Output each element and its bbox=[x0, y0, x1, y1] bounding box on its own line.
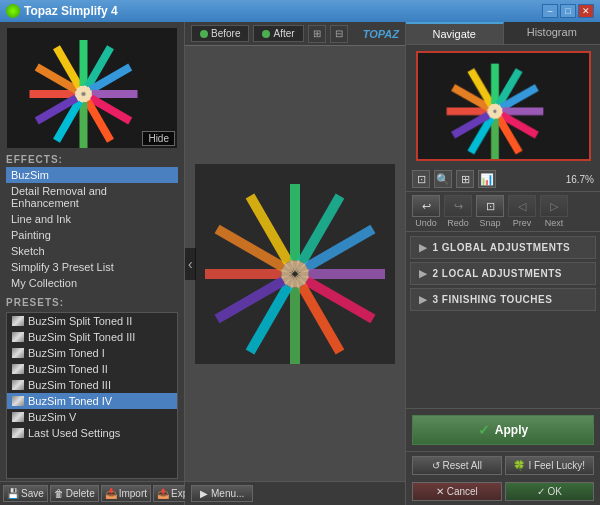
action-btn-snap[interactable]: ⊡Snap bbox=[476, 195, 504, 228]
preset-item[interactable]: Last Used Settings bbox=[7, 425, 177, 441]
preset-item[interactable]: BuzSim Toned IV bbox=[7, 393, 177, 409]
reset-icon: ↺ bbox=[432, 460, 440, 471]
view-icon-2[interactable]: ⊟ bbox=[330, 25, 348, 43]
preset-label: BuzSim Toned III bbox=[28, 379, 111, 391]
apply-button[interactable]: ✓ Apply bbox=[412, 415, 594, 445]
preset-item[interactable]: BuzSim Toned I bbox=[7, 345, 177, 361]
bottom-right-buttons: ↺ Reset All 🍀 I Feel Lucky! bbox=[406, 451, 600, 479]
left-arrow-nav[interactable]: ‹ bbox=[185, 248, 196, 280]
effect-item[interactable]: My Collection bbox=[6, 275, 178, 291]
adj-section-1[interactable]: ▶1 GLOBAL ADJUSTMENTS bbox=[410, 236, 596, 259]
snap-icon: ⊡ bbox=[476, 195, 504, 217]
preset-item[interactable]: BuzSim Toned III bbox=[7, 377, 177, 393]
center-canvas-image bbox=[195, 164, 395, 364]
hide-button[interactable]: Hide bbox=[142, 131, 175, 146]
ok-cancel-row: ✕ Cancel ✓ OK bbox=[406, 479, 600, 505]
preset-label: BuzSim Toned IV bbox=[28, 395, 112, 407]
minimize-button[interactable]: – bbox=[542, 4, 558, 18]
canvas-area bbox=[185, 46, 405, 481]
after-button[interactable]: After bbox=[253, 25, 303, 42]
effect-item[interactable]: Detail Removal and Enhancement bbox=[6, 183, 178, 211]
preset-icon bbox=[12, 364, 24, 374]
adj-section-2[interactable]: ▶2 LOCAL ADJUSTMENTS bbox=[410, 262, 596, 285]
preview-image: Hide bbox=[7, 28, 177, 148]
menu-button[interactable]: ▶ Menu... bbox=[191, 485, 253, 502]
preset-item[interactable]: BuzSim Toned II bbox=[7, 361, 177, 377]
effect-item[interactable]: Painting bbox=[6, 227, 178, 243]
next-icon: ▷ bbox=[540, 195, 568, 217]
presets-list[interactable]: BuzSim Split Toned IIBuzSim Split Toned … bbox=[6, 312, 178, 479]
after-dot bbox=[262, 30, 270, 38]
adj-arrow-icon: ▶ bbox=[419, 268, 428, 279]
apply-section: ✓ Apply bbox=[406, 408, 600, 451]
view-icon-1[interactable]: ⊞ bbox=[308, 25, 326, 43]
zoom-level-text: 16.7% bbox=[566, 174, 594, 185]
right-tabs: Navigate Histogram bbox=[406, 22, 600, 45]
before-dot bbox=[200, 30, 208, 38]
zoom-fit-button[interactable]: ⊡ bbox=[412, 170, 430, 188]
preset-item[interactable]: BuzSim Split Toned II bbox=[7, 313, 177, 329]
window-controls: – □ ✕ bbox=[542, 4, 594, 18]
action-btn-prev: ◁Prev bbox=[508, 195, 536, 228]
zoom-actual-button[interactable]: ⊞ bbox=[456, 170, 474, 188]
before-button[interactable]: Before bbox=[191, 25, 249, 42]
preset-item[interactable]: BuzSim Split Toned III bbox=[7, 329, 177, 345]
adj-section-3[interactable]: ▶3 FINISHING TOUCHES bbox=[410, 288, 596, 311]
redo-label: Redo bbox=[447, 218, 469, 228]
import-button[interactable]: 📥 Import bbox=[101, 485, 151, 502]
preset-label: BuzSim V bbox=[28, 411, 76, 423]
maximize-button[interactable]: □ bbox=[560, 4, 576, 18]
tab-histogram[interactable]: Histogram bbox=[504, 22, 601, 44]
right-panel: Navigate Histogram ⊡ 🔍 ⊞ 📊 16.7% ↩Undo↪R… bbox=[405, 22, 600, 505]
menu-arrow-icon: ▶ bbox=[200, 488, 208, 499]
effect-item[interactable]: Simplify 3 Preset List bbox=[6, 259, 178, 275]
cancel-button[interactable]: ✕ Cancel bbox=[412, 482, 502, 501]
lucky-icon: 🍀 bbox=[513, 460, 525, 471]
bottom-menu: ▶ Menu... bbox=[185, 481, 405, 505]
title-bar: Topaz Simplify 4 – □ ✕ bbox=[0, 0, 600, 22]
adjustments-panel: ▶1 GLOBAL ADJUSTMENTS▶2 LOCAL ADJUSTMENT… bbox=[406, 232, 600, 408]
preset-icon bbox=[12, 412, 24, 422]
tab-navigate[interactable]: Navigate bbox=[406, 22, 504, 44]
action-buttons: ↩Undo↪Redo⊡Snap◁Prev▷Next bbox=[406, 192, 600, 232]
reset-all-button[interactable]: ↺ Reset All bbox=[412, 456, 502, 475]
preset-icon bbox=[12, 316, 24, 326]
redo-icon: ↪ bbox=[444, 195, 472, 217]
zoom-controls: ⊡ 🔍 ⊞ 📊 16.7% bbox=[406, 167, 600, 192]
effect-item[interactable]: BuzSim bbox=[6, 167, 178, 183]
prev-icon: ◁ bbox=[508, 195, 536, 217]
ok-button[interactable]: ✓ OK bbox=[505, 482, 595, 501]
presets-label: PRESETS: bbox=[6, 297, 178, 308]
zoom-level-button[interactable]: 📊 bbox=[478, 170, 496, 188]
ok-check-icon: ✓ bbox=[537, 486, 545, 497]
next-label: Next bbox=[545, 218, 564, 228]
action-btn-undo[interactable]: ↩Undo bbox=[412, 195, 440, 228]
preview-canvas bbox=[7, 28, 177, 148]
snap-label: Snap bbox=[479, 218, 500, 228]
adj-header-2: ▶2 LOCAL ADJUSTMENTS bbox=[411, 263, 595, 284]
adj-header-1: ▶1 GLOBAL ADJUSTMENTS bbox=[411, 237, 595, 258]
adj-label: 1 GLOBAL ADJUSTMENTS bbox=[433, 242, 571, 253]
topaz-logo: TOPAZ bbox=[363, 28, 399, 40]
center-panel: Before After ⊞ ⊟ TOPAZ ‹ ▶ Menu... bbox=[185, 22, 405, 505]
view-toolbar: Before After ⊞ ⊟ TOPAZ bbox=[185, 22, 405, 46]
export-icon: 📤 bbox=[157, 488, 169, 499]
navigator-image bbox=[416, 51, 591, 161]
preset-label: BuzSim Toned I bbox=[28, 347, 105, 359]
close-button[interactable]: ✕ bbox=[578, 4, 594, 18]
adj-arrow-icon: ▶ bbox=[419, 294, 428, 305]
preset-icon bbox=[12, 428, 24, 438]
save-button[interactable]: 💾 Save bbox=[3, 485, 48, 502]
feel-lucky-button[interactable]: 🍀 I Feel Lucky! bbox=[505, 456, 595, 475]
effect-item[interactable]: Line and Ink bbox=[6, 211, 178, 227]
adj-label: 2 LOCAL ADJUSTMENTS bbox=[433, 268, 563, 279]
zoom-in-button[interactable]: 🔍 bbox=[434, 170, 452, 188]
preset-item[interactable]: BuzSim V bbox=[7, 409, 177, 425]
effect-item[interactable]: Sketch bbox=[6, 243, 178, 259]
delete-button[interactable]: 🗑 Delete bbox=[50, 485, 99, 502]
left-bottom-bar: 💾 Save 🗑 Delete 📥 Import 📤 Export bbox=[0, 481, 184, 505]
cancel-icon: ✕ bbox=[436, 486, 444, 497]
save-icon: 💾 bbox=[7, 488, 19, 499]
undo-label: Undo bbox=[415, 218, 437, 228]
preset-icon bbox=[12, 396, 24, 406]
